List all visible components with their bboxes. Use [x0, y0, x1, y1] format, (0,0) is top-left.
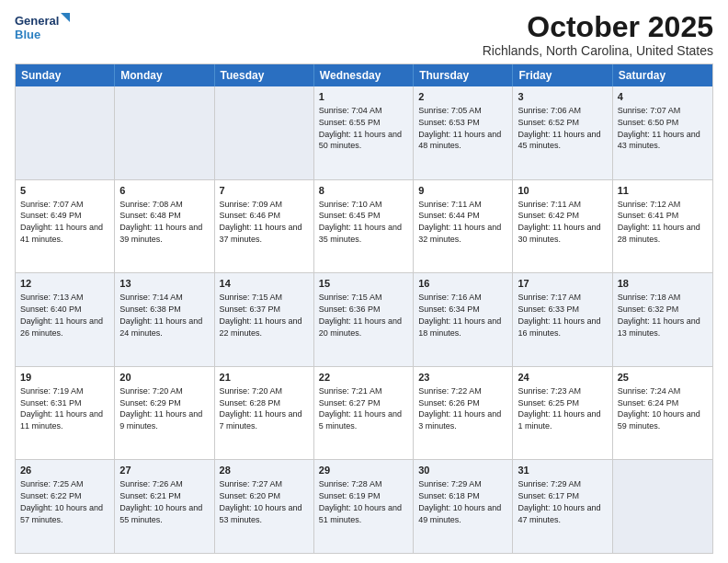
day-info-6: Sunrise: 7:08 AM Sunset: 6:48 PM Dayligh…	[119, 200, 202, 244]
day-number-12: 12	[20, 277, 109, 291]
day-cell-29: 29Sunrise: 7:28 AM Sunset: 6:19 PM Dayli…	[314, 460, 414, 553]
day-cell-31: 31Sunrise: 7:29 AM Sunset: 6:17 PM Dayli…	[513, 460, 612, 553]
logo: General Blue	[15, 11, 70, 48]
day-number-22: 22	[319, 371, 408, 385]
day-number-3: 3	[518, 90, 607, 104]
day-info-30: Sunrise: 7:29 AM Sunset: 6:18 PM Dayligh…	[418, 479, 501, 523]
day-info-1: Sunrise: 7:04 AM Sunset: 6:55 PM Dayligh…	[319, 106, 402, 150]
day-cell-14: 14Sunrise: 7:15 AM Sunset: 6:37 PM Dayli…	[215, 273, 314, 366]
day-info-21: Sunrise: 7:20 AM Sunset: 6:28 PM Dayligh…	[220, 386, 302, 431]
day-number-6: 6	[119, 184, 209, 198]
empty-cell-4-6	[613, 460, 712, 553]
day-info-19: Sunrise: 7:19 AM Sunset: 6:31 PM Dayligh…	[20, 386, 103, 431]
month-title: October 2025	[483, 11, 713, 43]
day-cell-12: 12Sunrise: 7:13 AM Sunset: 6:40 PM Dayli…	[16, 273, 115, 366]
day-cell-25: 25Sunrise: 7:24 AM Sunset: 6:24 PM Dayli…	[613, 367, 712, 460]
day-cell-18: 18Sunrise: 7:18 AM Sunset: 6:32 PM Dayli…	[613, 273, 712, 366]
day-number-30: 30	[418, 464, 507, 477]
day-cell-30: 30Sunrise: 7:29 AM Sunset: 6:18 PM Dayli…	[414, 460, 513, 553]
day-info-3: Sunrise: 7:06 AM Sunset: 6:52 PM Dayligh…	[518, 106, 600, 150]
day-info-28: Sunrise: 7:27 AM Sunset: 6:20 PM Dayligh…	[220, 479, 302, 523]
week-row-4: 26Sunrise: 7:25 AM Sunset: 6:22 PM Dayli…	[16, 460, 712, 553]
day-cell-6: 6Sunrise: 7:08 AM Sunset: 6:48 PM Daylig…	[115, 180, 214, 273]
day-cell-24: 24Sunrise: 7:23 AM Sunset: 6:25 PM Dayli…	[513, 367, 612, 460]
day-cell-21: 21Sunrise: 7:20 AM Sunset: 6:28 PM Dayli…	[215, 367, 314, 460]
day-cell-11: 11Sunrise: 7:12 AM Sunset: 6:41 PM Dayli…	[613, 180, 712, 273]
day-number-25: 25	[618, 371, 708, 385]
day-number-10: 10	[518, 184, 607, 198]
empty-cell-0-1	[115, 86, 214, 179]
day-info-20: Sunrise: 7:20 AM Sunset: 6:29 PM Dayligh…	[119, 386, 202, 431]
svg-marker-2	[61, 13, 70, 22]
day-info-13: Sunrise: 7:14 AM Sunset: 6:38 PM Dayligh…	[119, 293, 202, 337]
header-day-sunday: Sunday	[16, 64, 115, 86]
day-cell-4: 4Sunrise: 7:07 AM Sunset: 6:50 PM Daylig…	[613, 86, 712, 179]
day-info-2: Sunrise: 7:05 AM Sunset: 6:53 PM Dayligh…	[418, 106, 501, 150]
day-number-16: 16	[418, 277, 507, 291]
day-info-18: Sunrise: 7:18 AM Sunset: 6:32 PM Dayligh…	[618, 293, 700, 337]
day-info-24: Sunrise: 7:23 AM Sunset: 6:25 PM Dayligh…	[518, 386, 600, 431]
header-day-tuesday: Tuesday	[215, 64, 314, 86]
page: General Blue October 2025 Richlands, Nor…	[0, 0, 728, 563]
day-info-26: Sunrise: 7:25 AM Sunset: 6:22 PM Dayligh…	[20, 479, 103, 523]
day-info-27: Sunrise: 7:26 AM Sunset: 6:21 PM Dayligh…	[119, 479, 202, 523]
day-cell-27: 27Sunrise: 7:26 AM Sunset: 6:21 PM Dayli…	[115, 460, 214, 553]
week-row-3: 19Sunrise: 7:19 AM Sunset: 6:31 PM Dayli…	[16, 367, 712, 461]
title-block: October 2025 Richlands, North Carolina, …	[483, 11, 713, 58]
day-number-29: 29	[319, 464, 408, 477]
day-number-15: 15	[319, 277, 408, 291]
svg-text:Blue: Blue	[15, 28, 40, 41]
day-info-4: Sunrise: 7:07 AM Sunset: 6:50 PM Dayligh…	[618, 106, 700, 150]
day-info-25: Sunrise: 7:24 AM Sunset: 6:24 PM Dayligh…	[618, 386, 700, 431]
header-day-saturday: Saturday	[613, 64, 712, 86]
day-cell-3: 3Sunrise: 7:06 AM Sunset: 6:52 PM Daylig…	[513, 86, 612, 179]
day-cell-23: 23Sunrise: 7:22 AM Sunset: 6:26 PM Dayli…	[414, 367, 513, 460]
day-info-16: Sunrise: 7:16 AM Sunset: 6:34 PM Dayligh…	[418, 293, 501, 337]
day-number-31: 31	[518, 464, 607, 477]
day-number-26: 26	[20, 464, 109, 477]
day-cell-7: 7Sunrise: 7:09 AM Sunset: 6:46 PM Daylig…	[215, 180, 314, 273]
day-cell-10: 10Sunrise: 7:11 AM Sunset: 6:42 PM Dayli…	[513, 180, 612, 273]
day-cell-19: 19Sunrise: 7:19 AM Sunset: 6:31 PM Dayli…	[16, 367, 115, 460]
day-cell-8: 8Sunrise: 7:10 AM Sunset: 6:45 PM Daylig…	[314, 180, 414, 273]
day-info-7: Sunrise: 7:09 AM Sunset: 6:46 PM Dayligh…	[220, 200, 302, 244]
empty-cell-0-2	[215, 86, 314, 179]
day-number-4: 4	[618, 90, 708, 104]
day-number-1: 1	[319, 90, 408, 104]
day-info-10: Sunrise: 7:11 AM Sunset: 6:42 PM Dayligh…	[518, 200, 600, 244]
day-number-17: 17	[518, 277, 607, 291]
day-info-9: Sunrise: 7:11 AM Sunset: 6:44 PM Dayligh…	[418, 200, 501, 244]
day-number-14: 14	[220, 277, 309, 291]
day-number-8: 8	[319, 184, 408, 198]
day-number-19: 19	[20, 371, 109, 385]
day-info-15: Sunrise: 7:15 AM Sunset: 6:36 PM Dayligh…	[319, 293, 402, 337]
day-number-28: 28	[220, 464, 309, 477]
week-row-0: 1Sunrise: 7:04 AM Sunset: 6:55 PM Daylig…	[16, 86, 712, 180]
day-cell-20: 20Sunrise: 7:20 AM Sunset: 6:29 PM Dayli…	[115, 367, 214, 460]
day-number-11: 11	[618, 184, 708, 198]
header-day-friday: Friday	[513, 64, 612, 86]
calendar-header: SundayMondayTuesdayWednesdayThursdayFrid…	[16, 64, 712, 86]
day-cell-9: 9Sunrise: 7:11 AM Sunset: 6:44 PM Daylig…	[414, 180, 513, 273]
day-cell-13: 13Sunrise: 7:14 AM Sunset: 6:38 PM Dayli…	[115, 273, 214, 366]
week-row-1: 5Sunrise: 7:07 AM Sunset: 6:49 PM Daylig…	[16, 180, 712, 274]
day-cell-17: 17Sunrise: 7:17 AM Sunset: 6:33 PM Dayli…	[513, 273, 612, 366]
day-number-24: 24	[518, 371, 607, 385]
svg-text:General: General	[15, 14, 59, 28]
day-cell-1: 1Sunrise: 7:04 AM Sunset: 6:55 PM Daylig…	[314, 86, 414, 179]
day-info-17: Sunrise: 7:17 AM Sunset: 6:33 PM Dayligh…	[518, 293, 600, 337]
day-number-2: 2	[418, 90, 507, 104]
day-number-21: 21	[220, 371, 309, 385]
day-cell-5: 5Sunrise: 7:07 AM Sunset: 6:49 PM Daylig…	[16, 180, 115, 273]
week-row-2: 12Sunrise: 7:13 AM Sunset: 6:40 PM Dayli…	[16, 273, 712, 367]
day-number-18: 18	[618, 277, 708, 291]
calendar-body: 1Sunrise: 7:04 AM Sunset: 6:55 PM Daylig…	[16, 86, 712, 553]
day-info-11: Sunrise: 7:12 AM Sunset: 6:41 PM Dayligh…	[618, 200, 700, 244]
day-info-23: Sunrise: 7:22 AM Sunset: 6:26 PM Dayligh…	[418, 386, 501, 431]
day-number-13: 13	[119, 277, 209, 291]
day-cell-28: 28Sunrise: 7:27 AM Sunset: 6:20 PM Dayli…	[215, 460, 314, 553]
day-number-20: 20	[119, 371, 209, 385]
day-number-27: 27	[119, 464, 209, 477]
day-cell-16: 16Sunrise: 7:16 AM Sunset: 6:34 PM Dayli…	[414, 273, 513, 366]
day-number-7: 7	[220, 184, 309, 198]
